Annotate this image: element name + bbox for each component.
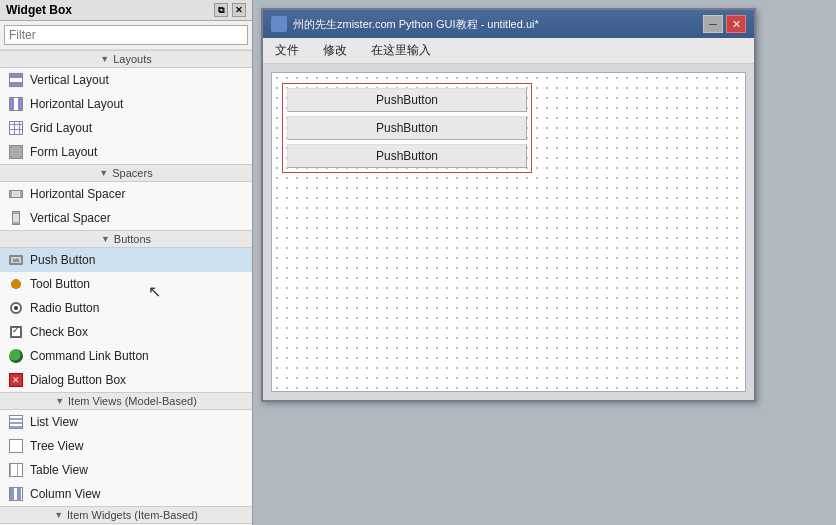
command-link-button-label: Command Link Button (30, 349, 149, 363)
sidebar-item-dialog-button-box[interactable]: Dialog Button Box (0, 368, 252, 392)
tree-view-label: Tree View (30, 439, 83, 453)
qt-canvas[interactable]: PushButton PushButton PushButton (271, 72, 746, 392)
qt-window: 州的先生zmister.com Python GUI教程 - untitled.… (261, 8, 756, 402)
qt-window-title: 州的先生zmister.com Python GUI教程 - untitled.… (293, 17, 539, 32)
qt-close-btn[interactable]: ✕ (726, 15, 746, 33)
section-spacers[interactable]: ▼ Spacers (0, 164, 252, 182)
tool-button-label: Tool Button (30, 277, 90, 291)
qt-app-icon (271, 16, 287, 32)
cmdlink-icon (8, 348, 24, 364)
section-buttons[interactable]: ▼ Buttons (0, 230, 252, 248)
widget-box-close-btn[interactable]: ✕ (232, 3, 246, 17)
dialog-button-box-label: Dialog Button Box (30, 373, 126, 387)
treeview-icon (8, 438, 24, 454)
section-spacers-label: Spacers (112, 167, 152, 179)
table-view-label: Table View (30, 463, 88, 477)
section-buttons-label: Buttons (114, 233, 151, 245)
sidebar-item-form-layout[interactable]: Form Layout (0, 140, 252, 164)
pushbtn-icon: ok (8, 252, 24, 268)
sidebar-item-command-link-button[interactable]: Command Link Button (0, 344, 252, 368)
layout-v-icon (8, 72, 24, 88)
sidebar-item-tree-view[interactable]: Tree View (0, 434, 252, 458)
hspacer-icon (8, 186, 24, 202)
push-button-1[interactable]: PushButton (287, 88, 527, 112)
qt-minimize-btn[interactable]: ─ (703, 15, 723, 33)
section-item-widgets-arrow: ▼ (54, 510, 63, 520)
filter-row (0, 21, 252, 50)
form-icon (8, 144, 24, 160)
qt-titlebar-controls: ─ ✕ (703, 15, 746, 33)
section-layouts[interactable]: ▼ Layouts (0, 50, 252, 68)
horizontal-layout-label: Horizontal Layout (30, 97, 123, 111)
check-box-label: Check Box (30, 325, 88, 339)
widget-box-titlebar: Widget Box ⧉ ✕ (0, 0, 252, 21)
section-layouts-arrow: ▼ (100, 54, 109, 64)
radio-icon (8, 300, 24, 316)
sidebar-item-column-view[interactable]: Column View (0, 482, 252, 506)
section-buttons-arrow: ▼ (101, 234, 110, 244)
menu-edit[interactable]: 修改 (315, 40, 355, 61)
widget-box-float-btn[interactable]: ⧉ (214, 3, 228, 17)
qt-menubar: 文件 修改 在这里输入 (263, 38, 754, 64)
grid-layout-label: Grid Layout (30, 121, 92, 135)
sidebar-item-vertical-layout[interactable]: Vertical Layout (0, 68, 252, 92)
main-area: 州的先生zmister.com Python GUI教程 - untitled.… (253, 0, 836, 525)
form-container: PushButton PushButton PushButton (282, 83, 532, 173)
section-item-views-arrow: ▼ (55, 396, 64, 406)
qt-titlebar: 州的先生zmister.com Python GUI教程 - untitled.… (263, 10, 754, 38)
section-item-views[interactable]: ▼ Item Views (Model-Based) (0, 392, 252, 410)
section-item-widgets-label: Item Widgets (Item-Based) (67, 509, 198, 521)
sidebar-item-grid-layout[interactable]: Grid Layout (0, 116, 252, 140)
sidebar-item-push-button[interactable]: ok Push Button (0, 248, 252, 272)
section-spacers-arrow: ▼ (99, 168, 108, 178)
push-button-label: Push Button (30, 253, 95, 267)
columnview-icon (8, 486, 24, 502)
vertical-spacer-label: Vertical Spacer (30, 211, 111, 225)
vspacer-icon (8, 210, 24, 226)
filter-input[interactable] (4, 25, 248, 45)
push-button-2[interactable]: PushButton (287, 116, 527, 140)
grid-icon (8, 120, 24, 136)
column-view-label: Column View (30, 487, 100, 501)
widget-list: ▼ Layouts Vertical Layout Horizontal Lay… (0, 50, 252, 525)
list-view-label: List View (30, 415, 78, 429)
horizontal-spacer-label: Horizontal Spacer (30, 187, 125, 201)
section-item-views-label: Item Views (Model-Based) (68, 395, 197, 407)
sidebar-item-table-view[interactable]: Table View (0, 458, 252, 482)
sidebar-item-tool-button[interactable]: Tool Button (0, 272, 252, 296)
radio-button-label: Radio Button (30, 301, 99, 315)
sidebar-item-horizontal-spacer[interactable]: Horizontal Spacer (0, 182, 252, 206)
tableview-icon (8, 462, 24, 478)
section-item-widgets[interactable]: ▼ Item Widgets (Item-Based) (0, 506, 252, 524)
sidebar-item-horizontal-layout[interactable]: Horizontal Layout (0, 92, 252, 116)
section-layouts-label: Layouts (113, 53, 152, 65)
widget-box: Widget Box ⧉ ✕ ▼ Layouts Vertical Layout… (0, 0, 253, 525)
sidebar-item-radio-button[interactable]: Radio Button (0, 296, 252, 320)
toolbtn-icon (8, 276, 24, 292)
widget-box-controls: ⧉ ✕ (214, 3, 246, 17)
form-layout-label: Form Layout (30, 145, 97, 159)
qt-titlebar-title: 州的先生zmister.com Python GUI教程 - untitled.… (271, 16, 539, 32)
push-button-3[interactable]: PushButton (287, 144, 527, 168)
sidebar-item-list-view[interactable]: List View (0, 410, 252, 434)
sidebar-item-check-box[interactable]: Check Box (0, 320, 252, 344)
check-icon (8, 324, 24, 340)
dialog-icon (8, 372, 24, 388)
layout-h-icon (8, 96, 24, 112)
listview-icon (8, 414, 24, 430)
vertical-layout-label: Vertical Layout (30, 73, 109, 87)
sidebar-item-vertical-spacer[interactable]: Vertical Spacer (0, 206, 252, 230)
widget-box-title: Widget Box (6, 3, 72, 17)
menu-input[interactable]: 在这里输入 (363, 40, 439, 61)
menu-file[interactable]: 文件 (267, 40, 307, 61)
